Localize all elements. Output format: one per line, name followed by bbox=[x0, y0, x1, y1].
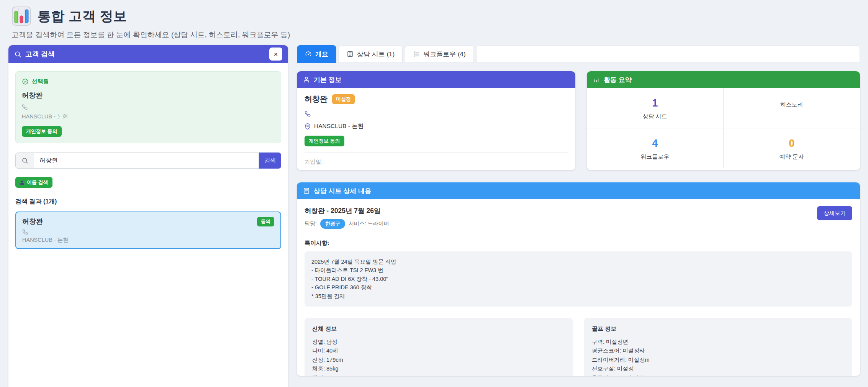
result-consent-badge: 동의 bbox=[257, 217, 274, 226]
search-input-prefix bbox=[15, 153, 34, 169]
activity-summary-title: 활동 요약 bbox=[604, 75, 632, 84]
tab-bar: 개요 상담 시트 (1) 워크플로우 (4) bbox=[297, 45, 860, 63]
results-heading: 검색 결과 (1개) bbox=[15, 198, 281, 206]
activity-summary-card: 활동 요약 1 상담 시트 히스토리 4 워크플로우 bbox=[587, 71, 860, 170]
golf-info-title: 골프 정보 bbox=[592, 324, 845, 333]
note-line: - GOLF PRIDE 360 장착 bbox=[311, 283, 845, 292]
golf-info-box: 골프 정보 구력: 미설정년 평균스코어: 미설정타 드라이버거리: 미설정m … bbox=[584, 318, 852, 376]
consent-badge: 개인정보 동의 bbox=[305, 136, 344, 146]
tab-workflow[interactable]: 워크플로우 (4) bbox=[405, 45, 474, 63]
result-customer-name: 허창완 bbox=[22, 217, 43, 226]
unset-status-badge: 미설정 bbox=[332, 94, 355, 104]
page-subtitle: 고객을 검색하여 모든 정보를 한 눈에 확인하세요 (상담 시트, 히스토리,… bbox=[11, 30, 857, 40]
selected-customer-name: 허창완 bbox=[22, 91, 275, 100]
golf-info-line: 선호구질: 미설정 bbox=[592, 364, 845, 373]
stat-reserved-sms: 0 예약 문자 bbox=[724, 128, 860, 168]
basic-info-title: 기본 정보 bbox=[314, 75, 342, 84]
consult-sheet-detail-card: 상담 시트 상세 내용 허창완 - 2025년 7월 26일 담당: 한평구 서… bbox=[297, 182, 860, 376]
selected-status-label: 선택됨 bbox=[32, 78, 49, 85]
tab-workflow-label: 워크플로우 (4) bbox=[423, 50, 466, 59]
stat-history: 히스토리 bbox=[724, 88, 860, 128]
stat-workflows: 4 워크플로우 bbox=[587, 128, 724, 168]
body-info-line: 체중: 85kg bbox=[312, 364, 565, 373]
body-info-line: 핸디: 11 bbox=[312, 374, 565, 376]
search-mode-badge: 이름 검색 bbox=[15, 177, 52, 188]
consult-detail-title: 상담 시트 상세 내용 bbox=[314, 187, 371, 195]
selected-customer-card[interactable]: 선택됨 허창완 HANSCLUB - 논현 개인정보 동의 bbox=[15, 71, 281, 143]
manager-label: 담당: bbox=[305, 220, 317, 227]
search-mode-label: 이름 검색 bbox=[27, 179, 48, 186]
tab-overview-label: 개요 bbox=[315, 50, 328, 59]
joined-date-label: 가입일: - bbox=[305, 158, 568, 166]
note-line: - TOUR AD DI 6X 장착 - 43.00" bbox=[311, 275, 845, 283]
stat-label: 히스토리 bbox=[724, 101, 860, 108]
phone-icon bbox=[22, 229, 28, 235]
person-icon bbox=[20, 180, 25, 185]
consult-entry-title: 허창완 - 2025년 7월 26일 bbox=[305, 206, 389, 215]
bar-chart-icon bbox=[593, 76, 600, 83]
map-pin-icon bbox=[305, 123, 311, 130]
search-button[interactable]: 검색 bbox=[259, 153, 281, 169]
body-info-line: 성별: 남성 bbox=[312, 338, 565, 346]
search-panel-title: 고객 검색 bbox=[25, 49, 265, 59]
phone-icon bbox=[305, 111, 311, 117]
search-input[interactable] bbox=[34, 153, 259, 169]
basic-customer-store: HANSCLUB - 논현 bbox=[314, 122, 364, 130]
stat-consult-sheets: 1 상담 시트 bbox=[587, 88, 724, 128]
check-circle-icon bbox=[22, 78, 29, 85]
body-info-box: 신체 정보 성별: 남성 나이: 40세 신장: 179cm 체중: 85kg … bbox=[305, 318, 573, 376]
gauge-icon bbox=[305, 51, 312, 57]
tab-consult-sheet[interactable]: 상담 시트 (1) bbox=[339, 45, 403, 63]
phone-icon bbox=[22, 104, 28, 110]
basic-info-card: 기본 정보 허창완 미설정 bbox=[297, 71, 575, 170]
search-result-item[interactable]: 허창완 동의 HANSCLUB - 논현 bbox=[15, 212, 281, 249]
note-line: 2025년 7월 24일 목요일 방문 작업 bbox=[311, 257, 845, 266]
golf-info-line: 평균스코어: 미설정타 bbox=[592, 346, 845, 355]
stat-value: 0 bbox=[724, 138, 860, 149]
notes-box: 2025년 7월 24일 목요일 방문 작업 - 타이틀리스트 TSI 2 FW… bbox=[305, 251, 852, 307]
page-title: 통합 고객 정보 bbox=[38, 7, 127, 25]
consent-badge: 개인정보 동의 bbox=[22, 126, 62, 137]
person-icon bbox=[303, 76, 310, 83]
note-line: * 35만원 결제 bbox=[311, 292, 845, 300]
stat-value: 4 bbox=[587, 138, 723, 149]
close-icon[interactable]: × bbox=[269, 48, 282, 61]
divider bbox=[305, 153, 568, 153]
bar-chart-emoji-icon bbox=[11, 6, 31, 26]
manager-badge: 한평구 bbox=[320, 219, 345, 229]
list-icon bbox=[413, 51, 420, 57]
body-info-title: 신체 정보 bbox=[312, 324, 565, 333]
search-icon bbox=[21, 157, 28, 164]
basic-customer-name: 허창완 bbox=[305, 94, 328, 104]
page-header: 통합 고객 정보 고객을 검색하여 모든 정보를 한 눈에 확인하세요 (상담 … bbox=[0, 0, 868, 40]
service-label: 서비스: 드라이버 bbox=[349, 220, 389, 227]
stat-value: 1 bbox=[587, 97, 723, 109]
detail-view-button[interactable]: 상세보기 bbox=[817, 206, 852, 220]
search-icon bbox=[14, 51, 21, 58]
tab-overview[interactable]: 개요 bbox=[297, 45, 336, 63]
detail-column: 개요 상담 시트 (1) 워크플로우 (4) bbox=[297, 45, 860, 376]
customer-search-panel: 고객 검색 × 선택됨 허창완 HANSCLUB - bbox=[8, 45, 288, 387]
golf-info-line: 드라이버거리: 미설정m bbox=[592, 356, 845, 364]
document-icon bbox=[303, 187, 310, 194]
golf-info-line: 구력: 미설정년 bbox=[592, 338, 845, 346]
note-line: - 타이틀리스트 TSI 2 FW3 번 bbox=[311, 266, 845, 274]
document-icon bbox=[347, 51, 354, 57]
stat-label: 상담 시트 bbox=[587, 113, 723, 120]
body-info-line: 신장: 179cm bbox=[312, 356, 565, 364]
notes-label: 특이사항: bbox=[305, 239, 852, 247]
result-customer-store: HANSCLUB - 논현 bbox=[22, 236, 274, 244]
tab-bar-filler bbox=[476, 45, 860, 63]
body-info-line: 나이: 40세 bbox=[312, 346, 565, 355]
stat-label: 워크플로우 bbox=[587, 153, 723, 161]
tab-consult-sheet-label: 상담 시트 (1) bbox=[357, 50, 395, 59]
golf-info-line: 운동빈도: 주2회 이상 bbox=[592, 374, 845, 376]
stat-label: 예약 문자 bbox=[724, 153, 860, 161]
selected-customer-store: HANSCLUB - 논현 bbox=[22, 113, 275, 120]
